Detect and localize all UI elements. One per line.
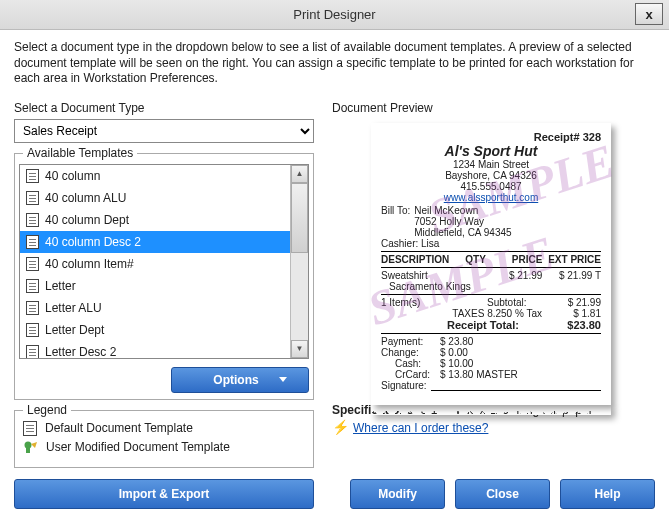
preview-label: Document Preview (332, 101, 655, 115)
scroll-thumb[interactable] (291, 183, 308, 253)
store-addr2: Bayshore, CA 94326 (381, 170, 601, 181)
template-row[interactable]: 40 column (20, 165, 290, 187)
template-label: 40 column (45, 168, 100, 184)
cashier: Cashier: Lisa (381, 238, 601, 249)
template-label: 40 column Desc 2 (45, 234, 141, 250)
template-label: 40 column Dept (45, 212, 129, 228)
receipt-edge-icon (371, 405, 611, 415)
template-label: 40 column ALU (45, 190, 126, 206)
templates-listbox[interactable]: 40 column40 column ALU40 column Dept40 c… (19, 164, 309, 359)
legend-default: Default Document Template (23, 419, 305, 438)
store-phone: 415.555.0487 (381, 181, 601, 192)
template-row[interactable]: 40 column ALU (20, 187, 290, 209)
template-row[interactable]: Letter (20, 275, 290, 297)
doctype-label: Select a Document Type (14, 101, 314, 115)
scroll-up-button[interactable]: ▲ (291, 165, 308, 183)
receipt-columns: DESCRIPTIONQTYPRICEEXT PRICE (381, 254, 601, 265)
template-label: Letter Desc 2 (45, 344, 116, 359)
document-icon (23, 421, 37, 436)
document-icon (26, 235, 39, 249)
receipt-preview: SAMPLE SAMPLE Receipt# 328 Al's Sport Hu… (371, 123, 611, 405)
template-label: Letter Dept (45, 322, 104, 338)
billto-label: Bill To: (381, 205, 410, 238)
options-button[interactable]: Options (171, 367, 309, 393)
template-label: 40 column Item# (45, 256, 134, 272)
templates-label: Available Templates (23, 146, 137, 160)
store-name: Al's Sport Hut (381, 143, 601, 159)
close-button[interactable]: Close (455, 479, 550, 509)
scroll-down-button[interactable]: ▼ (291, 340, 308, 358)
order-link[interactable]: Where can I order these? (353, 421, 488, 435)
receipt-total: Receipt Total:$23.80 (381, 319, 601, 331)
chevron-down-icon (279, 377, 287, 382)
intro-text: Select a document type in the dropdown b… (14, 40, 655, 87)
document-icon (26, 169, 39, 183)
document-preview: SAMPLE SAMPLE Receipt# 328 Al's Sport Hu… (332, 119, 655, 399)
template-label: Letter (45, 278, 76, 294)
items-count: 1 Item(s) (381, 297, 484, 308)
receipt-item-desc: Sacramento Kings (381, 281, 601, 292)
billto-addr1: 7052 Holly Way (414, 216, 511, 227)
svg-point-0 (25, 441, 32, 448)
store-addr1: 1234 Main Street (381, 159, 601, 170)
templates-fieldset: Available Templates 40 column40 column A… (14, 153, 314, 400)
billto-name: Neil McKeown (414, 205, 511, 216)
close-window-button[interactable]: x (635, 3, 663, 25)
templates-scrollbar[interactable]: ▲ ▼ (290, 165, 308, 358)
template-row[interactable]: Letter ALU (20, 297, 290, 319)
window-title: Print Designer (293, 7, 375, 22)
user-modified-icon (23, 440, 38, 455)
receipt-item: Sweatshirt$ 21.99$ 21.99 T (381, 270, 601, 281)
legend-modified: User Modified Document Template (23, 438, 305, 457)
template-row[interactable]: 40 column Dept (20, 209, 290, 231)
template-row[interactable]: Letter Dept (20, 319, 290, 341)
template-row[interactable]: Letter Desc 2 (20, 341, 290, 359)
doctype-select[interactable]: Sales Receipt (14, 119, 314, 143)
document-icon (26, 301, 39, 315)
template-row[interactable]: 40 column Desc 2 (20, 231, 290, 253)
modify-button[interactable]: Modify (350, 479, 445, 509)
store-url: www.alssporthut.com (381, 192, 601, 203)
document-icon (26, 191, 39, 205)
document-icon (26, 213, 39, 227)
billto-addr2: Middlefield, CA 94345 (414, 227, 511, 238)
template-label: Letter ALU (45, 300, 102, 316)
help-button[interactable]: Help (560, 479, 655, 509)
close-icon: x (645, 7, 652, 22)
document-icon (26, 345, 39, 359)
import-export-button[interactable]: Import & Export (14, 479, 314, 509)
document-icon (26, 279, 39, 293)
template-row[interactable]: 40 column Item# (20, 253, 290, 275)
title-bar: Print Designer x (0, 0, 669, 30)
legend-fieldset: Legend Default Document Template User Mo… (14, 410, 314, 468)
lightning-icon: ⚡ (332, 421, 349, 433)
svg-rect-1 (26, 448, 30, 453)
receipt-number: Receipt# 328 (381, 131, 601, 143)
document-icon (26, 257, 39, 271)
document-icon (26, 323, 39, 337)
order-link-row: ⚡Where can I order these? (332, 421, 655, 435)
legend-label: Legend (23, 403, 71, 417)
